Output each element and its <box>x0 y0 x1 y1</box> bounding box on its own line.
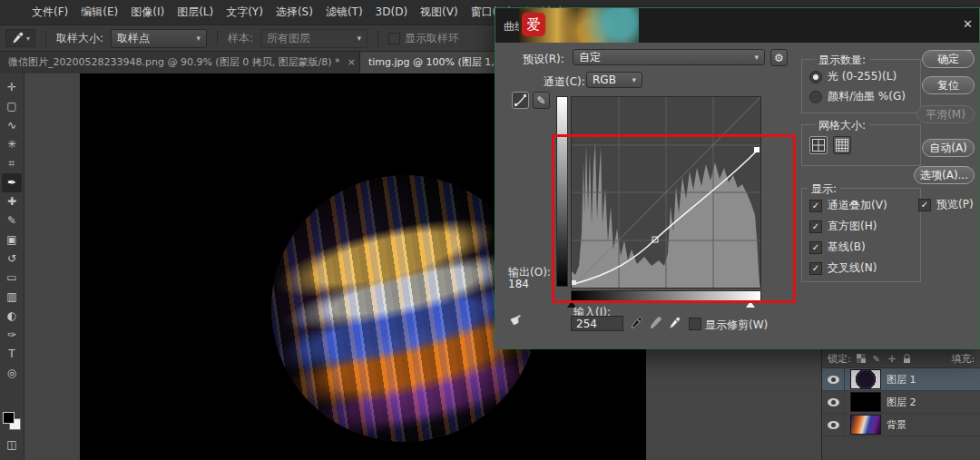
auto-button[interactable]: 自动(A) <box>922 139 975 157</box>
preset-dropdown[interactable]: 自定 ▾ <box>573 49 765 65</box>
lock-position-icon[interactable]: ✛ <box>887 353 897 364</box>
baseline-checkbox[interactable]: ✓ 基线(B) <box>809 240 866 255</box>
visibility-toggle[interactable] <box>822 391 845 413</box>
menu-item-select[interactable]: 选择(S) <box>270 0 319 24</box>
brush-tool[interactable]: ✎ <box>2 211 22 230</box>
close-icon[interactable]: ✕ <box>963 17 973 31</box>
marquee-tool[interactable]: ▢ <box>2 97 22 116</box>
menu-item-type[interactable]: 文字(Y) <box>220 0 270 24</box>
grid-size-group: 网格大小: <box>801 124 921 166</box>
show-sampling-ring-label: 显示取样环 <box>405 31 459 46</box>
layer-name[interactable]: 图层 1 <box>887 373 916 387</box>
curve-point-icon <box>514 94 526 106</box>
chevron-down-icon: ▾ <box>197 34 201 43</box>
channel-dropdown[interactable]: RGB ▾ <box>586 72 642 88</box>
move-tool[interactable]: ✛ <box>2 78 22 97</box>
input-value-field[interactable]: 254 <box>571 316 623 331</box>
radio-pigment-ink[interactable]: 颜料/油墨 %(G) <box>809 89 906 104</box>
chevron-down-icon: ▾ <box>358 34 362 43</box>
dialog-title-bar[interactable]: 曲线 爱 ✕ <box>495 8 979 43</box>
eraser-tool[interactable]: ▭ <box>2 269 22 288</box>
channel-overlays-checkbox[interactable]: ✓ 通道叠加(V) <box>809 198 887 213</box>
tab-wechat-image[interactable]: 微信图片_20200528233948.png @ 90.9% (图层 0 拷贝… <box>0 50 360 73</box>
checkbox-check-icon: ✓ <box>809 200 822 212</box>
toolbar-bottom-group: ◫ <box>2 411 22 455</box>
layers-panel: 锁定: ✎ ✛ 填充: 图层 1 图层 2 背景 <box>821 349 980 460</box>
sample-dropdown: 所有图层 ▾ <box>260 29 368 48</box>
histogram-label: 直方图(H) <box>828 219 877 234</box>
dodge-tool[interactable]: ◐ <box>2 307 22 326</box>
menu-item-3d[interactable]: 3D(D) <box>369 0 414 24</box>
eye-icon <box>828 376 839 384</box>
lasso-tool[interactable]: ∿ <box>2 116 22 135</box>
eyedropper-icon <box>11 32 24 44</box>
menu-item-layer[interactable]: 图层(L) <box>171 0 220 24</box>
type-tool[interactable]: T <box>2 345 22 364</box>
clone-stamp-tool[interactable]: ▣ <box>2 230 22 250</box>
layer-thumbnail[interactable] <box>850 415 881 435</box>
active-tool-chip[interactable]: ▾ <box>5 29 35 47</box>
quick-mask-button[interactable]: ◫ <box>2 436 22 455</box>
crop-tool[interactable]: ⌗ <box>2 154 22 173</box>
red-annotation-rectangle <box>552 134 796 303</box>
divider <box>377 30 378 46</box>
preset-options-button[interactable]: ⚙ <box>770 49 788 66</box>
quick-select-tool[interactable]: ✳ <box>2 135 22 154</box>
eyedropper-tool[interactable]: ✒ <box>2 173 22 192</box>
radio-pigment-ink-label: 颜料/油墨 %(G) <box>828 89 906 104</box>
menu-item-image[interactable]: 图像(I) <box>124 0 171 24</box>
healing-brush-tool[interactable]: ✚ <box>2 192 22 211</box>
eye-icon <box>828 398 839 406</box>
white-point-eyedropper-button[interactable] <box>666 315 682 331</box>
chevron-down-icon: ▾ <box>26 34 30 43</box>
detailed-grid-button[interactable] <box>833 136 851 154</box>
edit-points-tool-button[interactable] <box>512 92 529 109</box>
tab-close-icon[interactable]: × <box>348 56 356 68</box>
banner-artwork: 爱 <box>519 8 639 43</box>
histogram-checkbox[interactable]: ✓ 直方图(H) <box>809 219 877 234</box>
radio-light-levels[interactable]: 光 (0-255)(L) <box>809 69 897 84</box>
sample-size-dropdown[interactable]: 取样点 ▾ <box>111 29 207 48</box>
foreground-color-swatch[interactable] <box>3 412 15 424</box>
display-amount-legend: 显示数量: <box>815 53 869 68</box>
output-value: 184 <box>508 278 529 290</box>
layer-thumbnail[interactable] <box>850 369 881 389</box>
layer-name[interactable]: 图层 2 <box>887 396 916 409</box>
show-clipping-checkbox[interactable] <box>689 318 701 330</box>
lock-pixels-icon[interactable]: ✎ <box>871 353 882 364</box>
layer-row-layer1[interactable]: 图层 1 <box>822 368 980 391</box>
menu-item-filter[interactable]: 滤镜(T) <box>319 0 369 24</box>
layer-row-background[interactable]: 背景 <box>822 414 980 436</box>
lock-all-icon[interactable] <box>902 353 913 364</box>
pen-tool[interactable]: ✑ <box>2 326 22 345</box>
gradient-tool[interactable]: ▥ <box>2 288 22 307</box>
color-swatches[interactable] <box>2 411 22 431</box>
options-button[interactable]: 选项(A)... <box>914 166 975 184</box>
eyedropper-gray-icon <box>649 317 662 329</box>
zoom-tool[interactable]: ◎ <box>2 364 22 383</box>
checkbox-check-icon: ✓ <box>918 199 931 211</box>
layer-thumbnail[interactable] <box>850 392 881 412</box>
menu-item-file[interactable]: 文件(F) <box>25 0 74 24</box>
menu-item-edit[interactable]: 编辑(E) <box>74 0 124 24</box>
visibility-toggle[interactable] <box>822 414 845 436</box>
lock-transparent-icon[interactable] <box>856 353 867 364</box>
simple-grid-button[interactable] <box>809 136 828 154</box>
layer-row-layer2[interactable]: 图层 2 <box>822 391 980 414</box>
intersection-line-checkbox[interactable]: ✓ 交叉线(N) <box>809 260 877 276</box>
fine-grid-icon <box>836 139 848 152</box>
history-brush-tool[interactable]: ↺ <box>2 250 22 269</box>
preview-checkbox[interactable]: ✓ 预览(P) <box>918 197 974 212</box>
divider <box>217 30 218 46</box>
visibility-toggle[interactable] <box>822 368 845 390</box>
ok-button[interactable]: 确定 <box>922 50 975 68</box>
draw-curve-pencil-button[interactable]: ✎ <box>533 92 550 109</box>
display-amount-group: 显示数量: 光 (0-255)(L) 颜料/油墨 %(G) <box>801 59 921 113</box>
layer-name[interactable]: 背景 <box>887 418 906 432</box>
menu-item-view[interactable]: 视图(V) <box>414 0 465 24</box>
radio-light-levels-label: 光 (0-255)(L) <box>828 69 897 84</box>
gray-point-eyedropper-button[interactable] <box>647 315 663 331</box>
black-point-eyedropper-button[interactable] <box>628 315 644 331</box>
targeted-adjustment-icon[interactable]: ☛ <box>506 309 526 331</box>
reset-button[interactable]: 复位 <box>922 76 975 94</box>
